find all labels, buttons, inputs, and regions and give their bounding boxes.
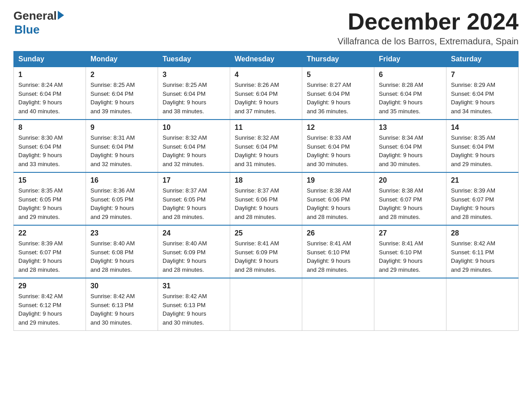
day-info: Sunrise: 8:31 AM Sunset: 6:04 PM Dayligh… — [90, 133, 153, 168]
day-number: 7 — [451, 71, 514, 79]
day-info: Sunrise: 8:42 AM Sunset: 6:11 PM Dayligh… — [451, 239, 514, 274]
day-info: Sunrise: 8:33 AM Sunset: 6:04 PM Dayligh… — [307, 133, 369, 168]
day-number: 11 — [235, 124, 297, 132]
day-number: 1 — [18, 71, 81, 79]
calendar-cell: 8 Sunrise: 8:30 AM Sunset: 6:04 PM Dayli… — [14, 120, 86, 172]
calendar-cell: 19 Sunrise: 8:38 AM Sunset: 6:06 PM Dayl… — [302, 172, 374, 225]
day-info: Sunrise: 8:38 AM Sunset: 6:06 PM Dayligh… — [307, 186, 369, 221]
day-info: Sunrise: 8:26 AM Sunset: 6:04 PM Dayligh… — [235, 81, 297, 116]
calendar-cell: 31 Sunrise: 8:42 AM Sunset: 6:13 PM Dayl… — [158, 278, 230, 331]
day-number: 20 — [379, 176, 442, 184]
calendar-cell: 17 Sunrise: 8:37 AM Sunset: 6:05 PM Dayl… — [158, 172, 230, 225]
header-friday: Friday — [374, 51, 446, 67]
calendar-cell: 2 Sunrise: 8:25 AM Sunset: 6:04 PM Dayli… — [86, 67, 158, 120]
calendar-cell — [302, 278, 374, 331]
day-number: 23 — [90, 229, 153, 237]
day-number: 25 — [235, 229, 297, 237]
day-number: 4 — [235, 71, 297, 79]
day-info: Sunrise: 8:27 AM Sunset: 6:04 PM Dayligh… — [307, 81, 369, 116]
day-number: 13 — [379, 124, 442, 132]
day-number: 15 — [18, 176, 81, 184]
day-info: Sunrise: 8:35 AM Sunset: 6:04 PM Dayligh… — [451, 133, 514, 168]
day-info: Sunrise: 8:42 AM Sunset: 6:12 PM Dayligh… — [18, 292, 81, 327]
logo-general-text: General — [13, 9, 57, 23]
day-info: Sunrise: 8:40 AM Sunset: 6:09 PM Dayligh… — [163, 239, 225, 274]
header-saturday: Saturday — [446, 51, 519, 67]
calendar-cell: 5 Sunrise: 8:27 AM Sunset: 6:04 PM Dayli… — [302, 67, 374, 120]
page-header: General Blue December 2024 Villafranca d… — [13, 9, 519, 47]
week-row-1: 1 Sunrise: 8:24 AM Sunset: 6:04 PM Dayli… — [14, 67, 519, 120]
day-number: 3 — [163, 71, 225, 79]
calendar-cell: 18 Sunrise: 8:37 AM Sunset: 6:06 PM Dayl… — [230, 172, 302, 225]
week-row-4: 22 Sunrise: 8:39 AM Sunset: 6:07 PM Dayl… — [14, 225, 519, 278]
day-number: 29 — [18, 282, 81, 290]
calendar-cell: 21 Sunrise: 8:39 AM Sunset: 6:07 PM Dayl… — [446, 172, 519, 225]
day-number: 8 — [18, 124, 81, 132]
calendar-cell — [230, 278, 302, 331]
calendar-cell: 26 Sunrise: 8:41 AM Sunset: 6:10 PM Dayl… — [302, 225, 374, 278]
day-number: 27 — [379, 229, 442, 237]
calendar-cell: 29 Sunrise: 8:42 AM Sunset: 6:12 PM Dayl… — [14, 278, 86, 331]
day-number: 24 — [163, 229, 225, 237]
day-number: 16 — [90, 176, 153, 184]
calendar-cell: 28 Sunrise: 8:42 AM Sunset: 6:11 PM Dayl… — [446, 225, 519, 278]
calendar-cell: 27 Sunrise: 8:41 AM Sunset: 6:10 PM Dayl… — [374, 225, 446, 278]
day-number: 30 — [90, 282, 153, 290]
header-wednesday: Wednesday — [230, 51, 302, 67]
calendar-cell — [374, 278, 446, 331]
calendar-cell: 12 Sunrise: 8:33 AM Sunset: 6:04 PM Dayl… — [302, 120, 374, 172]
day-info: Sunrise: 8:41 AM Sunset: 6:10 PM Dayligh… — [379, 239, 442, 274]
day-info: Sunrise: 8:37 AM Sunset: 6:05 PM Dayligh… — [163, 186, 225, 221]
day-number: 31 — [163, 282, 225, 290]
day-number: 9 — [90, 124, 153, 132]
day-info: Sunrise: 8:30 AM Sunset: 6:04 PM Dayligh… — [18, 133, 81, 168]
day-info: Sunrise: 8:25 AM Sunset: 6:04 PM Dayligh… — [163, 81, 225, 116]
day-number: 21 — [451, 176, 514, 184]
day-number: 5 — [307, 71, 369, 79]
day-info: Sunrise: 8:29 AM Sunset: 6:04 PM Dayligh… — [451, 81, 514, 116]
logo-blue-text: Blue — [14, 23, 64, 37]
day-number: 2 — [90, 71, 153, 79]
calendar-cell: 20 Sunrise: 8:38 AM Sunset: 6:07 PM Dayl… — [374, 172, 446, 225]
calendar-cell: 6 Sunrise: 8:28 AM Sunset: 6:04 PM Dayli… — [374, 67, 446, 120]
day-info: Sunrise: 8:41 AM Sunset: 6:09 PM Dayligh… — [235, 239, 297, 274]
calendar-cell: 25 Sunrise: 8:41 AM Sunset: 6:09 PM Dayl… — [230, 225, 302, 278]
day-info: Sunrise: 8:41 AM Sunset: 6:10 PM Dayligh… — [307, 239, 369, 274]
calendar-cell: 24 Sunrise: 8:40 AM Sunset: 6:09 PM Dayl… — [158, 225, 230, 278]
calendar-cell: 16 Sunrise: 8:36 AM Sunset: 6:05 PM Dayl… — [86, 172, 158, 225]
day-number: 26 — [307, 229, 369, 237]
logo-arrow-icon — [58, 11, 64, 20]
calendar-cell: 10 Sunrise: 8:32 AM Sunset: 6:04 PM Dayl… — [158, 120, 230, 172]
location-title: Villafranca de los Barros, Extremadura, … — [338, 36, 519, 47]
calendar-cell: 22 Sunrise: 8:39 AM Sunset: 6:07 PM Dayl… — [14, 225, 86, 278]
day-info: Sunrise: 8:28 AM Sunset: 6:04 PM Dayligh… — [379, 81, 442, 116]
day-info: Sunrise: 8:35 AM Sunset: 6:05 PM Dayligh… — [18, 186, 81, 221]
day-number: 14 — [451, 124, 514, 132]
header-sunday: Sunday — [14, 51, 86, 67]
calendar-cell: 23 Sunrise: 8:40 AM Sunset: 6:08 PM Dayl… — [86, 225, 158, 278]
header-row: Sunday Monday Tuesday Wednesday Thursday… — [14, 51, 519, 67]
calendar-header: Sunday Monday Tuesday Wednesday Thursday… — [14, 51, 519, 67]
day-number: 17 — [163, 176, 225, 184]
day-number: 12 — [307, 124, 369, 132]
calendar-table: Sunday Monday Tuesday Wednesday Thursday… — [13, 51, 519, 331]
week-row-5: 29 Sunrise: 8:42 AM Sunset: 6:12 PM Dayl… — [14, 278, 519, 331]
calendar-cell: 7 Sunrise: 8:29 AM Sunset: 6:04 PM Dayli… — [446, 67, 519, 120]
week-row-2: 8 Sunrise: 8:30 AM Sunset: 6:04 PM Dayli… — [14, 120, 519, 172]
day-info: Sunrise: 8:42 AM Sunset: 6:13 PM Dayligh… — [90, 292, 153, 327]
day-info: Sunrise: 8:24 AM Sunset: 6:04 PM Dayligh… — [18, 81, 81, 116]
day-number: 18 — [235, 176, 297, 184]
day-info: Sunrise: 8:25 AM Sunset: 6:04 PM Dayligh… — [90, 81, 153, 116]
day-info: Sunrise: 8:39 AM Sunset: 6:07 PM Dayligh… — [451, 186, 514, 221]
day-number: 10 — [163, 124, 225, 132]
day-info: Sunrise: 8:36 AM Sunset: 6:05 PM Dayligh… — [90, 186, 153, 221]
day-number: 19 — [307, 176, 369, 184]
header-tuesday: Tuesday — [158, 51, 230, 67]
header-thursday: Thursday — [302, 51, 374, 67]
day-number: 6 — [379, 71, 442, 79]
calendar-cell: 3 Sunrise: 8:25 AM Sunset: 6:04 PM Dayli… — [158, 67, 230, 120]
month-title: December 2024 — [338, 9, 519, 34]
title-area: December 2024 Villafranca de los Barros,… — [338, 9, 519, 47]
header-monday: Monday — [86, 51, 158, 67]
day-info: Sunrise: 8:38 AM Sunset: 6:07 PM Dayligh… — [379, 186, 442, 221]
